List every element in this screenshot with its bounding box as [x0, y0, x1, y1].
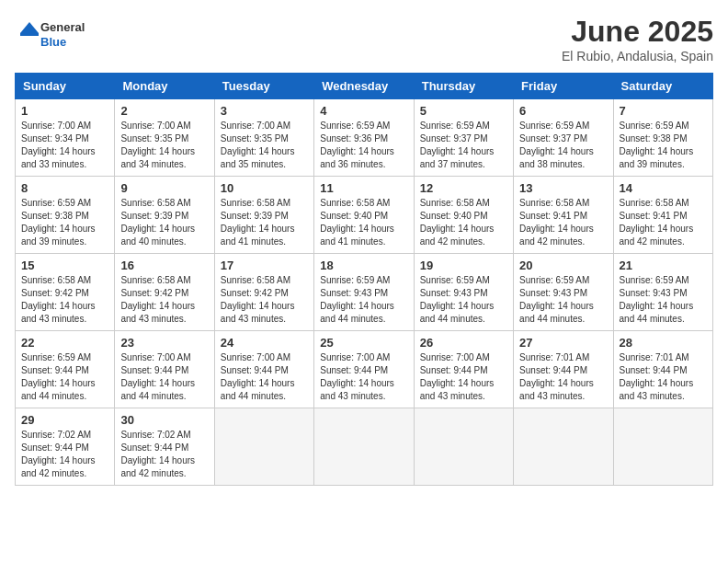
day-info: Sunrise: 7:00 AMSunset: 9:44 PMDaylight:… [120, 351, 208, 403]
header: General Blue June 2025 El Rubio, Andalus… [15, 15, 713, 63]
calendar-day-cell: 13Sunrise: 6:58 AMSunset: 9:41 PMDayligh… [514, 177, 613, 254]
day-number: 3 [221, 104, 308, 118]
weekday-header: Monday [115, 74, 214, 99]
calendar-day-cell: 20Sunrise: 6:59 AMSunset: 9:43 PMDayligh… [514, 254, 613, 331]
day-info: Sunrise: 6:59 AMSunset: 9:37 PMDaylight:… [420, 120, 507, 171]
day-number: 13 [519, 181, 607, 195]
day-info: Sunrise: 6:58 AMSunset: 9:40 PMDaylight:… [420, 197, 507, 248]
day-number: 22 [21, 336, 108, 350]
day-info: Sunrise: 7:01 AMSunset: 9:44 PMDaylight:… [620, 351, 707, 403]
day-number: 1 [21, 104, 108, 118]
calendar-week-row: 29Sunrise: 7:02 AMSunset: 9:44 PMDayligh… [16, 408, 713, 486]
month-title: June 2025 [562, 15, 713, 49]
location-title: El Rubio, Andalusia, Spain [562, 49, 713, 63]
day-number: 14 [620, 181, 707, 195]
calendar-day-cell: 16Sunrise: 6:58 AMSunset: 9:42 PMDayligh… [115, 254, 214, 331]
day-number: 17 [221, 259, 308, 272]
calendar-day-cell: 8Sunrise: 6:59 AMSunset: 9:38 PMDaylight… [16, 177, 115, 254]
day-info: Sunrise: 7:01 AMSunset: 9:44 PMDaylight:… [519, 351, 607, 403]
day-info: Sunrise: 7:02 AMSunset: 9:44 PMDaylight:… [21, 429, 108, 480]
weekday-header: Tuesday [214, 74, 313, 99]
calendar-day-cell: 14Sunrise: 6:58 AMSunset: 9:41 PMDayligh… [613, 177, 712, 254]
day-number: 8 [21, 181, 108, 195]
calendar-week-row: 22Sunrise: 6:59 AMSunset: 9:44 PMDayligh… [16, 331, 713, 408]
calendar-day-cell: 4Sunrise: 6:59 AMSunset: 9:36 PMDaylight… [314, 99, 414, 177]
calendar-day-cell: 21Sunrise: 6:59 AMSunset: 9:43 PMDayligh… [613, 254, 712, 331]
calendar-day-cell: 15Sunrise: 6:58 AMSunset: 9:42 PMDayligh… [16, 254, 115, 331]
svg-text:General: General [40, 20, 85, 34]
day-info: Sunrise: 6:59 AMSunset: 9:38 PMDaylight:… [21, 197, 108, 248]
day-number: 23 [120, 336, 208, 350]
calendar-day-cell: 10Sunrise: 6:58 AMSunset: 9:39 PMDayligh… [214, 177, 313, 254]
day-number: 6 [519, 104, 607, 118]
logo: General Blue [15, 15, 97, 56]
day-number: 11 [320, 181, 407, 195]
day-number: 7 [620, 104, 707, 118]
calendar-week-row: 1Sunrise: 7:00 AMSunset: 9:34 PMDaylight… [16, 99, 713, 177]
svg-text:Blue: Blue [40, 35, 66, 49]
calendar-day-cell: 19Sunrise: 6:59 AMSunset: 9:43 PMDayligh… [414, 254, 513, 331]
calendar-day-cell: 12Sunrise: 6:58 AMSunset: 9:40 PMDayligh… [414, 177, 513, 254]
day-info: Sunrise: 6:58 AMSunset: 9:41 PMDaylight:… [519, 197, 607, 248]
svg-marker-2 [20, 22, 39, 33]
day-info: Sunrise: 7:00 AMSunset: 9:35 PMDaylight:… [221, 120, 308, 171]
day-number: 29 [21, 413, 108, 427]
day-number: 28 [620, 336, 707, 350]
day-number: 21 [620, 259, 707, 272]
calendar-day-cell [314, 408, 414, 486]
calendar-day-cell [613, 408, 712, 486]
day-info: Sunrise: 7:02 AMSunset: 9:44 PMDaylight:… [120, 429, 208, 480]
calendar-day-cell: 18Sunrise: 6:59 AMSunset: 9:43 PMDayligh… [314, 254, 414, 331]
svg-rect-3 [20, 33, 39, 36]
day-info: Sunrise: 6:58 AMSunset: 9:42 PMDaylight:… [21, 274, 108, 326]
day-info: Sunrise: 7:00 AMSunset: 9:44 PMDaylight:… [221, 351, 308, 403]
calendar-day-cell: 26Sunrise: 7:00 AMSunset: 9:44 PMDayligh… [414, 331, 513, 408]
day-info: Sunrise: 7:00 AMSunset: 9:44 PMDaylight:… [320, 351, 407, 403]
calendar-day-cell: 22Sunrise: 6:59 AMSunset: 9:44 PMDayligh… [16, 331, 115, 408]
weekday-header: Sunday [16, 74, 115, 99]
title-area: June 2025 El Rubio, Andalusia, Spain [562, 15, 713, 63]
calendar-day-cell: 24Sunrise: 7:00 AMSunset: 9:44 PMDayligh… [214, 331, 313, 408]
day-number: 19 [420, 259, 507, 272]
calendar-header-row: SundayMondayTuesdayWednesdayThursdayFrid… [16, 74, 713, 99]
calendar-day-cell: 25Sunrise: 7:00 AMSunset: 9:44 PMDayligh… [314, 331, 414, 408]
calendar-day-cell: 30Sunrise: 7:02 AMSunset: 9:44 PMDayligh… [115, 408, 214, 486]
calendar-day-cell: 27Sunrise: 7:01 AMSunset: 9:44 PMDayligh… [514, 331, 613, 408]
calendar-day-cell: 2Sunrise: 7:00 AMSunset: 9:35 PMDaylight… [115, 99, 214, 177]
calendar-day-cell: 7Sunrise: 6:59 AMSunset: 9:38 PMDaylight… [613, 99, 712, 177]
day-info: Sunrise: 6:58 AMSunset: 9:41 PMDaylight:… [620, 197, 707, 248]
day-info: Sunrise: 6:59 AMSunset: 9:37 PMDaylight:… [519, 120, 607, 171]
calendar-day-cell: 5Sunrise: 6:59 AMSunset: 9:37 PMDaylight… [414, 99, 513, 177]
weekday-header: Thursday [414, 74, 513, 99]
day-number: 24 [221, 336, 308, 350]
day-number: 5 [420, 104, 507, 118]
day-info: Sunrise: 6:58 AMSunset: 9:42 PMDaylight:… [221, 274, 308, 326]
calendar-day-cell: 6Sunrise: 6:59 AMSunset: 9:37 PMDaylight… [514, 99, 613, 177]
day-info: Sunrise: 6:59 AMSunset: 9:43 PMDaylight:… [420, 274, 507, 326]
day-number: 2 [120, 104, 208, 118]
day-number: 10 [221, 181, 308, 195]
weekday-header: Friday [514, 74, 613, 99]
day-number: 15 [21, 259, 108, 272]
day-info: Sunrise: 6:58 AMSunset: 9:40 PMDaylight:… [320, 197, 407, 248]
calendar-day-cell: 11Sunrise: 6:58 AMSunset: 9:40 PMDayligh… [314, 177, 414, 254]
calendar-day-cell [514, 408, 613, 486]
day-number: 12 [420, 181, 507, 195]
day-info: Sunrise: 6:58 AMSunset: 9:39 PMDaylight:… [120, 197, 208, 248]
calendar-day-cell: 1Sunrise: 7:00 AMSunset: 9:34 PMDaylight… [16, 99, 115, 177]
calendar-week-row: 15Sunrise: 6:58 AMSunset: 9:42 PMDayligh… [16, 254, 713, 331]
calendar-day-cell: 28Sunrise: 7:01 AMSunset: 9:44 PMDayligh… [613, 331, 712, 408]
calendar-day-cell: 29Sunrise: 7:02 AMSunset: 9:44 PMDayligh… [16, 408, 115, 486]
day-info: Sunrise: 6:59 AMSunset: 9:43 PMDaylight:… [320, 274, 407, 326]
calendar-day-cell: 23Sunrise: 7:00 AMSunset: 9:44 PMDayligh… [115, 331, 214, 408]
day-number: 9 [120, 181, 208, 195]
calendar-day-cell [414, 408, 513, 486]
logo-svg: General Blue [15, 15, 97, 56]
weekday-header: Wednesday [314, 74, 414, 99]
calendar-day-cell: 17Sunrise: 6:58 AMSunset: 9:42 PMDayligh… [214, 254, 313, 331]
weekday-header: Saturday [613, 74, 712, 99]
day-info: Sunrise: 7:00 AMSunset: 9:35 PMDaylight:… [120, 120, 208, 171]
calendar-week-row: 8Sunrise: 6:59 AMSunset: 9:38 PMDaylight… [16, 177, 713, 254]
calendar-day-cell [214, 408, 313, 486]
day-number: 4 [320, 104, 407, 118]
